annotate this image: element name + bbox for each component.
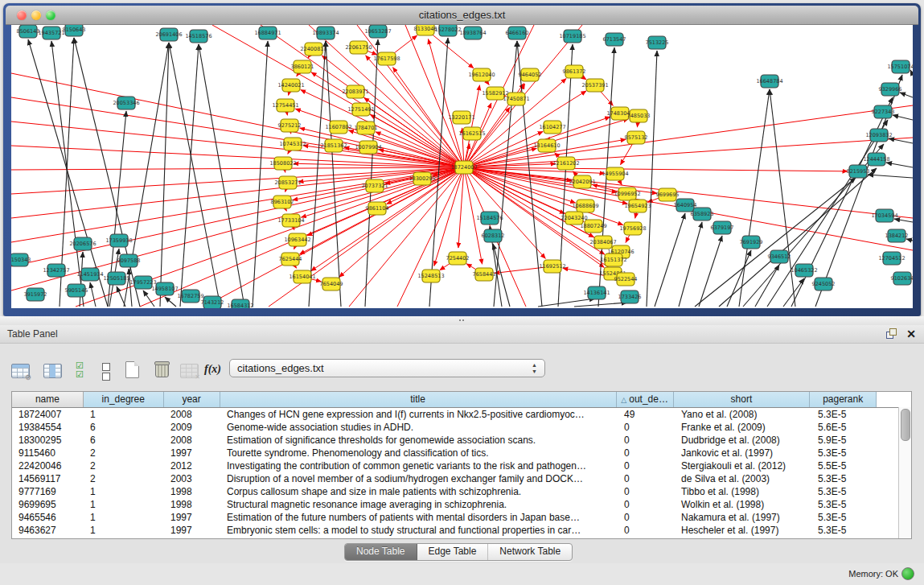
table-row[interactable]: 2242004622012Investigating the contribut…: [12, 459, 911, 472]
graph-node[interactable]: 7654049: [320, 278, 343, 290]
graph-node[interactable]: 11692512: [539, 260, 565, 273]
graph-node[interactable]: 10893374: [312, 27, 339, 39]
new-document-button[interactable]: [122, 360, 143, 381]
table-row[interactable]: 1830029562008Estimation of significance …: [12, 434, 911, 447]
table-cell[interactable]: Estimation of significance thresholds fo…: [220, 434, 618, 447]
table-cell[interactable]: 0: [618, 524, 675, 537]
graph-node[interactable]: 9346512: [768, 250, 791, 263]
graph-node[interactable]: 9522544: [614, 273, 638, 286]
graph-node[interactable]: 15184576: [476, 212, 503, 225]
table-cell[interactable]: Corpus callosum shape and size in male p…: [220, 485, 618, 498]
table-row[interactable]: 1938455462009Genome-wide association stu…: [12, 421, 911, 434]
graph-edge-black[interactable]: [894, 219, 913, 222]
float-panel-icon[interactable]: [886, 328, 897, 339]
graph-node[interactable]: 12704512: [878, 252, 905, 265]
table-cell[interactable]: 0: [618, 511, 675, 524]
table-cell[interactable]: 5.3E-5: [811, 511, 878, 524]
table-cell[interactable]: 0: [618, 434, 675, 447]
graph-node[interactable]: 9699695: [656, 188, 680, 201]
table-cell[interactable]: Yano et al. (2008): [675, 408, 811, 421]
table-cell[interactable]: 19384554: [12, 421, 84, 434]
graph-node[interactable]: 13164610: [533, 139, 560, 152]
graph-node[interactable]: 8133046: [414, 25, 437, 35]
graph-node[interactable]: 15278022: [434, 25, 461, 36]
table-cell[interactable]: Tibbo et al. (1998): [675, 485, 811, 498]
graph-node[interactable]: 16154041: [289, 270, 315, 283]
table-cell[interactable]: Hescheler et al. (1997): [675, 524, 811, 537]
graph-edge-black[interactable]: [906, 239, 913, 241]
graph-node[interactable]: 3915972: [24, 288, 47, 301]
graph-node[interactable]: 9464052: [519, 68, 542, 81]
split-divider[interactable]: [0, 316, 924, 325]
graph-node[interactable]: 7143212: [201, 296, 224, 308]
graph-edge-black[interactable]: [160, 43, 169, 307]
graph-node[interactable]: 1784701: [355, 122, 378, 134]
graph-node[interactable]: 6358923: [691, 208, 714, 220]
memory-status-icon[interactable]: [901, 567, 914, 580]
table-row[interactable]: 946554611997Estimation of the future num…: [12, 511, 911, 524]
graph-node[interactable]: 22083971: [342, 85, 368, 98]
table-cell[interactable]: 6: [84, 421, 164, 434]
graph-node[interactable]: 9102634: [891, 272, 913, 285]
graph-node[interactable]: 12093832: [865, 129, 892, 142]
table-cell[interactable]: Genome-wide association studies in ADHD.: [220, 421, 618, 434]
graph-node[interactable]: 1384212: [885, 229, 909, 242]
graph-node[interactable]: 12444158: [863, 153, 889, 166]
table-cell[interactable]: 2: [84, 447, 164, 459]
graph-node[interactable]: 8506143: [17, 25, 40, 38]
graph-node[interactable]: 9861104: [366, 202, 389, 215]
graph-node[interactable]: 15248513: [417, 270, 444, 282]
table-cell[interactable]: Embryonic stem cells: a model to study s…: [220, 524, 618, 537]
table-row[interactable]: 969969511998Structural magnetic resonanc…: [12, 498, 911, 511]
table-cell[interactable]: 1: [84, 511, 164, 524]
graph-node[interactable]: 19435721: [38, 27, 64, 39]
table-cell[interactable]: 9777169: [12, 485, 84, 498]
table-row[interactable]: 1456911722003Disruption of a novel membe…: [12, 472, 911, 485]
table-cell[interactable]: 6: [84, 434, 164, 447]
table-cell[interactable]: Disruption of a novel member of a sodium…: [220, 472, 618, 485]
graph-node[interactable]: 7625444: [279, 253, 302, 266]
graph-node[interactable]: 6028312: [482, 229, 505, 242]
table-cell[interactable]: Estimation of the future numbers of pati…: [220, 511, 618, 524]
column-header-in_degree[interactable]: in_degree: [84, 392, 164, 407]
table-row[interactable]: 946362711997Embryonic stem cells: a mode…: [12, 524, 911, 537]
graph-node[interactable]: 7691929: [740, 236, 763, 249]
table-cell[interactable]: 1: [84, 408, 164, 421]
table-cell[interactable]: 1: [84, 524, 164, 537]
table-cell[interactable]: 5.5E-5: [811, 459, 878, 472]
graph-node[interactable]: 6466160: [506, 27, 529, 39]
graph-node[interactable]: 9329966: [879, 83, 902, 96]
graph-node[interactable]: 7513225: [646, 36, 669, 49]
table-cell[interactable]: Tourette syndrome. Phenomenology and cla…: [220, 447, 618, 459]
table-cell[interactable]: 1997: [164, 511, 220, 524]
table-cell[interactable]: Changes of HCN gene expression and I(f) …: [220, 408, 618, 421]
table-cell[interactable]: 2012: [164, 459, 220, 472]
column-header-title[interactable]: title: [220, 392, 617, 407]
graph-node[interactable]: 12342757: [43, 264, 69, 277]
table-cell[interactable]: 1998: [164, 498, 220, 511]
graph-edge-black[interactable]: [755, 265, 779, 307]
table-cell[interactable]: 2: [84, 459, 164, 472]
graph-node[interactable]: 14136141: [583, 286, 610, 299]
table-cell[interactable]: 0: [618, 447, 675, 459]
graph-edge-black[interactable]: [253, 41, 268, 307]
graph-node[interactable]: 11607802: [325, 121, 351, 134]
graph-node[interactable]: 20053346: [113, 97, 139, 109]
graph-node[interactable]: 17733104: [277, 214, 304, 227]
graph-node[interactable]: 9861372: [563, 65, 586, 78]
column-header-short[interactable]: short: [674, 392, 811, 407]
graph-edge-black[interactable]: [165, 297, 176, 307]
graph-node[interactable]: 16104277: [539, 121, 565, 134]
table-cell[interactable]: 0: [618, 485, 675, 498]
table-cell[interactable]: 2003: [164, 472, 220, 485]
table-cell[interactable]: 0: [618, 472, 675, 485]
graph-node[interactable]: 14518576: [185, 30, 211, 43]
graph-node[interactable]: 9150343: [11, 253, 31, 266]
table-cell[interactable]: 0: [618, 459, 675, 472]
table-cell[interactable]: 2: [84, 472, 164, 485]
table-cell[interactable]: 18724007: [12, 408, 84, 421]
column-header-year[interactable]: year: [164, 392, 220, 407]
graph-edge-black[interactable]: [655, 213, 685, 307]
graph-node[interactable]: 8215953: [847, 165, 870, 178]
graph-node[interactable]: 10079904: [355, 141, 381, 154]
